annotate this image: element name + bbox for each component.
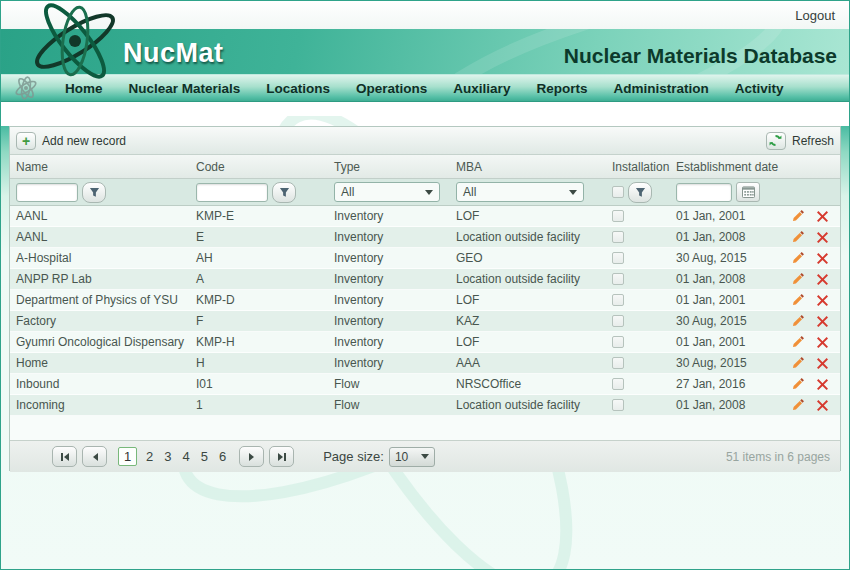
delete-button[interactable] bbox=[817, 337, 828, 348]
delete-button[interactable] bbox=[817, 295, 828, 306]
cell-establishment-date: 01 Jan, 2001 bbox=[670, 206, 788, 227]
delete-button[interactable] bbox=[817, 232, 828, 243]
cell-name: Department of Physics of YSU bbox=[10, 290, 190, 311]
cell-establishment-date: 01 Jan, 2008 bbox=[670, 269, 788, 290]
code-filter-input[interactable] bbox=[196, 183, 268, 202]
cell-name: AANL bbox=[10, 227, 190, 248]
installation-checkbox bbox=[612, 378, 624, 390]
nav-item-activity[interactable]: Activity bbox=[735, 81, 784, 96]
page-size-dropdown[interactable]: 10 bbox=[389, 447, 435, 467]
code-filter-button[interactable] bbox=[272, 182, 296, 203]
edit-pencil-icon bbox=[791, 230, 805, 244]
cell-type: Inventory bbox=[328, 206, 450, 227]
pager-next-button[interactable] bbox=[239, 446, 264, 467]
nav-item-nuclear-materials[interactable]: Nuclear Materials bbox=[129, 81, 241, 96]
installation-filter-checkbox[interactable] bbox=[612, 186, 624, 198]
establishment-date-filter-input[interactable] bbox=[676, 183, 732, 202]
nav-item-operations[interactable]: Operations bbox=[356, 81, 427, 96]
cell-installation bbox=[606, 311, 670, 332]
column-header-code[interactable]: Code bbox=[190, 160, 328, 174]
calendar-icon bbox=[742, 186, 755, 198]
installation-checkbox bbox=[612, 231, 624, 243]
nav-item-auxiliary[interactable]: Auxiliary bbox=[453, 81, 510, 96]
add-icon: + bbox=[16, 132, 36, 150]
delete-x-icon bbox=[817, 253, 828, 264]
pager-page[interactable]: 2 bbox=[142, 449, 157, 464]
edit-button[interactable] bbox=[791, 377, 805, 391]
funnel-icon bbox=[279, 187, 290, 198]
delete-button[interactable] bbox=[817, 379, 828, 390]
nav-item-reports[interactable]: Reports bbox=[536, 81, 587, 96]
table-row: HomeHInventoryAAA30 Aug, 2015 bbox=[10, 353, 840, 374]
name-filter-input[interactable] bbox=[16, 183, 78, 202]
delete-button[interactable] bbox=[817, 274, 828, 285]
pager-page[interactable]: 6 bbox=[215, 449, 230, 464]
cell-code: H bbox=[190, 353, 328, 374]
delete-button[interactable] bbox=[817, 211, 828, 222]
name-filter-button[interactable] bbox=[82, 182, 106, 203]
column-header-type[interactable]: Type bbox=[328, 160, 450, 174]
refresh-button[interactable]: Refresh bbox=[766, 132, 834, 150]
edit-button[interactable] bbox=[791, 230, 805, 244]
cell-name: Home bbox=[10, 353, 190, 374]
header-band: NucMat Nuclear Materials Database bbox=[1, 29, 849, 74]
column-header-establishment-date[interactable]: Establishment date bbox=[670, 160, 788, 174]
content-background: + Add new record Refresh Name Code Ty bbox=[1, 126, 849, 570]
pager-first-button[interactable] bbox=[52, 446, 77, 467]
row-actions bbox=[788, 227, 840, 248]
delete-button[interactable] bbox=[817, 358, 828, 369]
logout-link[interactable]: Logout bbox=[795, 8, 835, 23]
last-page-icon bbox=[277, 452, 287, 462]
edit-button[interactable] bbox=[791, 356, 805, 370]
delete-button[interactable] bbox=[817, 400, 828, 411]
edit-button[interactable] bbox=[791, 293, 805, 307]
date-picker-button[interactable] bbox=[736, 182, 760, 202]
column-header-mba[interactable]: MBA bbox=[450, 160, 606, 174]
column-header-name[interactable]: Name bbox=[10, 160, 190, 174]
cell-installation bbox=[606, 332, 670, 353]
pager-pages: 123456 bbox=[116, 447, 230, 466]
pager-page[interactable]: 4 bbox=[178, 449, 193, 464]
installation-filter-button[interactable] bbox=[628, 182, 652, 203]
pager-page-current: 1 bbox=[118, 447, 137, 466]
nav-item-locations[interactable]: Locations bbox=[266, 81, 330, 96]
pager-last-button[interactable] bbox=[269, 446, 294, 467]
cell-establishment-date: 01 Jan, 2008 bbox=[670, 227, 788, 248]
installation-checkbox bbox=[612, 357, 624, 369]
cell-establishment-date: 30 Aug, 2015 bbox=[670, 353, 788, 374]
mba-filter-dropdown[interactable]: All bbox=[456, 182, 584, 202]
nav-item-home[interactable]: Home bbox=[65, 81, 103, 96]
cell-mba: LOF bbox=[450, 332, 606, 353]
cell-name: Inbound bbox=[10, 374, 190, 395]
records-grid-panel: + Add new record Refresh Name Code Ty bbox=[9, 126, 841, 471]
edit-button[interactable] bbox=[791, 335, 805, 349]
first-page-icon bbox=[60, 452, 70, 462]
installation-checkbox bbox=[612, 210, 624, 222]
edit-button[interactable] bbox=[791, 398, 805, 412]
cell-code: A bbox=[190, 269, 328, 290]
next-page-icon bbox=[247, 452, 257, 462]
pager-page[interactable]: 3 bbox=[160, 449, 175, 464]
delete-button[interactable] bbox=[817, 253, 828, 264]
mba-filter-value: All bbox=[463, 185, 476, 199]
column-header-installation[interactable]: Installation bbox=[606, 160, 670, 174]
cell-code: AH bbox=[190, 248, 328, 269]
edit-button[interactable] bbox=[791, 314, 805, 328]
type-filter-dropdown[interactable]: All bbox=[334, 182, 440, 202]
nav-item-administration[interactable]: Administration bbox=[613, 81, 708, 96]
installation-checkbox bbox=[612, 252, 624, 264]
edit-button[interactable] bbox=[791, 272, 805, 286]
cell-installation bbox=[606, 395, 670, 416]
edit-pencil-icon bbox=[791, 293, 805, 307]
edit-button[interactable] bbox=[791, 251, 805, 265]
pager-page[interactable]: 5 bbox=[197, 449, 212, 464]
grid-toolbar: + Add new record Refresh bbox=[10, 127, 840, 155]
edit-button[interactable] bbox=[791, 209, 805, 223]
pager-prev-button[interactable] bbox=[82, 446, 107, 467]
table-row: Department of Physics of YSUKMP-DInvento… bbox=[10, 290, 840, 311]
cell-name: AANL bbox=[10, 206, 190, 227]
delete-button[interactable] bbox=[817, 316, 828, 327]
row-actions bbox=[788, 269, 840, 290]
add-new-record-button[interactable]: + Add new record bbox=[16, 132, 126, 150]
delete-x-icon bbox=[817, 400, 828, 411]
